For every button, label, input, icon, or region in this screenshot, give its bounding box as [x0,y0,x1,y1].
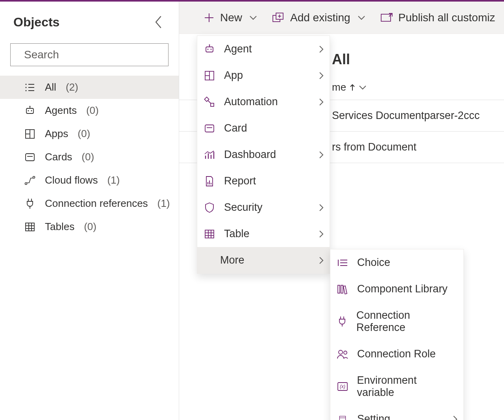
svg-rect-65 [343,286,347,294]
plug-icon [336,316,348,327]
sidebar-item-apps[interactable]: Apps (0) [0,122,179,145]
report-icon [203,176,216,187]
sidebar-item-tables[interactable]: Tables (0) [0,215,179,238]
setting-icon [336,416,349,420]
sidebar-item-label: Cloud flows [45,174,98,186]
sidebar-item-cards[interactable]: Cards (0) [0,145,179,169]
svg-rect-31 [381,14,391,21]
sidebar-item-label: Cards [45,151,72,163]
svg-point-11 [28,110,29,111]
dashboard-icon [203,150,216,160]
menu-item-connection-reference[interactable]: Connection Reference [330,302,463,341]
menu-item-app[interactable]: App [197,62,330,89]
menu-item-card[interactable]: Card [197,115,330,141]
chevron-right-icon [319,203,324,212]
menu-item-agent[interactable]: Agent [197,36,330,62]
menu-item-security[interactable]: Security [197,194,330,221]
variable-icon: (x) [336,382,349,391]
sidebar-item-connection-references[interactable]: Connection references (1) [0,192,179,215]
menu-item-choice[interactable]: Choice [330,249,463,276]
menu-item-component-library[interactable]: Component Library [330,276,463,302]
app-icon [24,129,35,139]
menu-item-report[interactable]: Report [197,168,330,194]
menu-item-label: Card [224,122,247,134]
svg-rect-63 [338,285,340,293]
plus-icon [204,12,215,23]
chevron-right-icon [452,415,458,420]
svg-rect-34 [206,47,213,52]
main-area: New Add existing Publish all customiz Al… [179,2,504,420]
add-existing-label: Add existing [290,11,350,24]
svg-point-2 [26,84,27,85]
svg-rect-54 [205,230,214,238]
search-input[interactable] [23,48,166,61]
more-submenu: Choice Component Library Connection Refe… [330,249,464,420]
chevron-right-icon [319,98,324,106]
plug-icon [24,198,35,209]
bot-icon [203,44,216,54]
sidebar-item-label: Agents [45,104,77,117]
publish-button[interactable]: Publish all customiz [376,8,499,27]
chevron-right-icon [319,45,324,54]
search-input-container[interactable] [10,43,169,66]
menu-item-table[interactable]: Table [197,221,330,247]
new-button[interactable]: New [200,8,261,27]
sidebar-item-count: (2) [66,81,78,93]
svg-rect-20 [26,223,34,231]
chevron-left-icon [154,15,163,29]
new-menu: Agent App Automation Card Dashboard [197,35,330,274]
menu-item-connection-role[interactable]: Connection Role [330,341,463,367]
sidebar-collapse-button[interactable] [150,11,167,33]
sidebar-item-count: (0) [86,104,99,117]
menu-item-label: Table [224,228,250,240]
svg-point-3 [26,87,27,88]
svg-point-10 [30,106,31,107]
people-icon [336,349,349,359]
menu-item-more[interactable]: More [197,247,330,273]
menu-item-setting[interactable]: Setting [330,406,463,420]
sidebar-item-label: Connection references [45,197,148,210]
table-icon [203,229,216,239]
menu-item-label: Automation [224,96,278,108]
sidebar-title: Objects [13,15,59,30]
chevron-down-icon [359,85,367,90]
card-icon [203,124,216,133]
svg-rect-64 [341,285,343,293]
choice-icon [336,258,349,268]
add-existing-icon [272,12,285,23]
svg-point-18 [25,182,27,184]
menu-item-label: App [224,69,243,82]
menu-item-automation[interactable]: Automation [197,89,330,115]
chevron-down-icon [249,15,257,20]
svg-text:(x): (x) [340,384,345,389]
svg-point-19 [33,176,35,178]
menu-item-label: Security [224,201,263,214]
svg-point-67 [344,351,347,354]
svg-point-66 [339,350,343,354]
sidebar-item-cloud-flows[interactable]: Cloud flows (1) [0,169,179,192]
svg-rect-16 [26,154,34,161]
menu-item-label: More [220,254,245,266]
sidebar-item-count: (1) [107,174,120,186]
menu-item-label: Component Library [357,283,448,295]
sidebar-item-agents[interactable]: Agents (0) [0,99,179,122]
svg-point-12 [31,110,32,111]
menu-item-label: Dashboard [224,149,276,161]
svg-rect-70 [339,416,345,420]
svg-point-36 [209,44,210,45]
sidebar: Objects All (2) Agents (0) [0,2,179,420]
bot-icon [24,106,35,116]
menu-item-dashboard[interactable]: Dashboard [197,141,330,168]
sidebar-item-label: All [45,81,56,93]
sidebar-item-count: (0) [82,151,94,163]
new-label: New [220,11,242,24]
svg-rect-8 [26,108,33,113]
add-existing-button[interactable]: Add existing [268,8,369,27]
menu-item-label: Environment variable [357,374,456,399]
svg-rect-45 [205,125,214,132]
sidebar-item-all[interactable]: All (2) [0,76,179,99]
sort-asc-icon [349,84,356,91]
menu-item-label: Setting [357,413,390,420]
sidebar-item-count: (0) [84,221,96,233]
menu-item-environment-variable[interactable]: (x) Environment variable [330,367,463,406]
